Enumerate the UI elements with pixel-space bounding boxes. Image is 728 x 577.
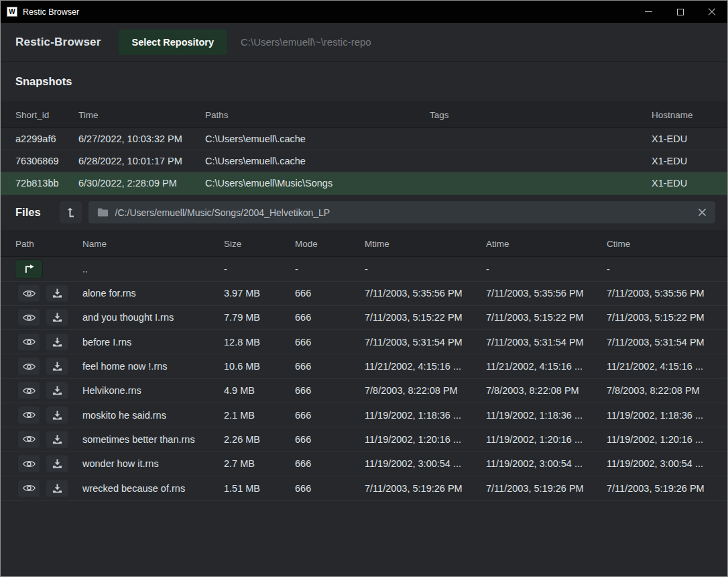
file-name: sometimes better than.rns xyxy=(82,434,195,445)
latest-snapshot-button[interactable] xyxy=(60,201,82,223)
maximize-icon xyxy=(677,9,684,15)
snapshot-time: 6/28/2022, 10:01:17 PM xyxy=(78,156,182,166)
preview-file-button[interactable] xyxy=(18,480,40,496)
app-logo-icon: W xyxy=(7,7,17,17)
file-size: 1.51 MB xyxy=(224,483,260,494)
file-row: wrecked because of.rns 1.51 MB 666 7/11/… xyxy=(1,476,727,501)
files-bar: Files xyxy=(1,195,727,230)
download-file-button[interactable] xyxy=(46,431,68,448)
snapshots-heading: Snapshots xyxy=(1,62,727,101)
download-file-button[interactable] xyxy=(46,309,68,326)
file-atime: 11/19/2002, 3:00:54 ... xyxy=(486,458,583,469)
preview-file-button[interactable] xyxy=(18,285,40,302)
file-mode: 666 xyxy=(295,458,311,469)
file-size: 12.8 MB xyxy=(224,337,260,348)
file-name: before I.rns xyxy=(82,337,131,348)
eye-icon xyxy=(23,313,36,322)
file-name: alone for.rns xyxy=(82,288,136,299)
clear-x-icon xyxy=(698,208,707,217)
snapshot-short-id: 76306869 xyxy=(15,156,59,166)
file-ctime: 11/19/2002, 1:18:36 ... xyxy=(607,410,703,421)
files-table-body: alone for.rns 3.97 MB 666 7/11/2003, 5:3… xyxy=(1,282,727,501)
parent-dir-size: - xyxy=(224,264,227,274)
file-size: 3.97 MB xyxy=(224,288,260,299)
file-row: before I.rns 12.8 MB 666 7/11/2003, 5:31… xyxy=(1,330,727,354)
minimize-button[interactable] xyxy=(633,1,664,23)
file-ctime: 11/21/2002, 4:15:16 ... xyxy=(607,361,703,372)
preview-file-button[interactable] xyxy=(18,333,40,350)
file-atime: 7/11/2003, 5:35:56 PM xyxy=(486,288,584,299)
close-icon xyxy=(708,8,716,16)
parent-dir-name: .. xyxy=(82,264,88,274)
column-mode: Mode xyxy=(295,238,318,248)
close-button[interactable] xyxy=(696,1,727,23)
app-title: Restic-Browser xyxy=(15,36,101,49)
file-ctime: 7/8/2003, 8:22:08 PM xyxy=(607,385,700,396)
download-icon xyxy=(52,410,62,420)
file-mode: 666 xyxy=(295,410,311,421)
file-mode: 666 xyxy=(295,361,311,372)
download-file-button[interactable] xyxy=(46,480,68,496)
snapshot-hostname: X1-EDU xyxy=(652,134,687,144)
file-atime: 7/11/2003, 5:15:22 PM xyxy=(486,312,584,323)
download-file-button[interactable] xyxy=(46,382,68,399)
file-size: 2.26 MB xyxy=(224,434,260,445)
file-row: and you thought I.rns 7.79 MB 666 7/11/2… xyxy=(1,306,727,330)
snapshot-time: 6/30/2022, 2:28:09 PM xyxy=(78,178,177,189)
l-glyph-icon xyxy=(65,207,76,219)
download-icon xyxy=(52,459,62,469)
download-file-button[interactable] xyxy=(46,333,68,350)
column-name: Name xyxy=(82,238,107,248)
preview-file-button[interactable] xyxy=(18,456,40,472)
file-ctime: 7/11/2003, 5:31:54 PM xyxy=(607,337,705,348)
preview-file-button[interactable] xyxy=(18,358,40,375)
snapshot-hostname: X1-EDU xyxy=(652,156,687,166)
download-file-button[interactable] xyxy=(46,407,68,423)
file-ctime: 7/11/2003, 5:19:26 PM xyxy=(607,483,705,494)
snapshot-short-id: a2299af6 xyxy=(15,134,56,144)
file-mode: 666 xyxy=(295,337,311,348)
snapshots-table-body: a2299af6 6/27/2022, 10:03:32 PM C:\Users… xyxy=(1,128,727,195)
preview-file-button[interactable] xyxy=(18,431,40,448)
maximize-button[interactable] xyxy=(664,1,696,23)
files-path-box xyxy=(88,201,715,223)
file-mode: 666 xyxy=(295,288,311,299)
files-path-input[interactable] xyxy=(115,207,691,218)
column-time: Time xyxy=(78,109,99,119)
snapshot-row[interactable]: a2299af6 6/27/2022, 10:03:32 PM C:\Users… xyxy=(1,128,727,150)
file-row: feel home now !.rns 10.6 MB 666 11/21/20… xyxy=(1,354,727,378)
file-mtime: 11/19/2002, 1:18:36 ... xyxy=(365,410,461,421)
column-path: Path xyxy=(15,238,34,248)
column-paths: Paths xyxy=(205,109,229,119)
parent-dir-ctime: - xyxy=(607,264,610,274)
empty-area xyxy=(1,501,727,576)
file-mtime: 11/19/2002, 3:00:54 ... xyxy=(365,458,461,469)
files-table-header: Path Name Size Mode Mtime Atime Ctime xyxy=(1,230,727,257)
app-window: W Restic Browser Restic-Browser Select R… xyxy=(0,0,728,577)
file-row: Helvikone.rns 4.9 MB 666 7/8/2003, 8:22:… xyxy=(1,379,727,403)
column-ctime: Ctime xyxy=(607,238,630,248)
clear-path-button[interactable] xyxy=(698,208,707,217)
preview-file-button[interactable] xyxy=(18,309,40,326)
download-file-button[interactable] xyxy=(46,456,68,472)
eye-icon xyxy=(23,386,36,395)
file-mtime: 11/19/2002, 1:20:16 ... xyxy=(365,434,461,445)
file-mtime: 7/11/2003, 5:35:56 PM xyxy=(365,288,463,299)
download-file-button[interactable] xyxy=(46,358,68,375)
minimize-icon xyxy=(645,11,652,12)
select-repository-button[interactable]: Select Repository xyxy=(119,30,228,55)
snapshot-row[interactable]: 72b813bb 6/30/2022, 2:28:09 PM C:\Users\… xyxy=(1,172,727,195)
preview-file-button[interactable] xyxy=(18,407,40,423)
file-size: 7.79 MB xyxy=(224,312,260,323)
column-size: Size xyxy=(224,238,241,248)
file-size: 4.9 MB xyxy=(224,385,255,396)
file-size: 2.1 MB xyxy=(224,410,255,421)
file-mtime: 7/11/2003, 5:31:54 PM xyxy=(365,337,463,348)
file-row: moskito he said.rns 2.1 MB 666 11/19/200… xyxy=(1,403,727,427)
go-up-button[interactable] xyxy=(15,260,42,278)
download-file-button[interactable] xyxy=(46,285,68,302)
file-ctime: 7/11/2003, 5:35:56 PM xyxy=(607,288,705,299)
snapshot-row[interactable]: 76306869 6/28/2022, 10:01:17 PM C:\Users… xyxy=(1,150,727,172)
preview-file-button[interactable] xyxy=(18,382,40,399)
download-icon xyxy=(52,288,62,299)
